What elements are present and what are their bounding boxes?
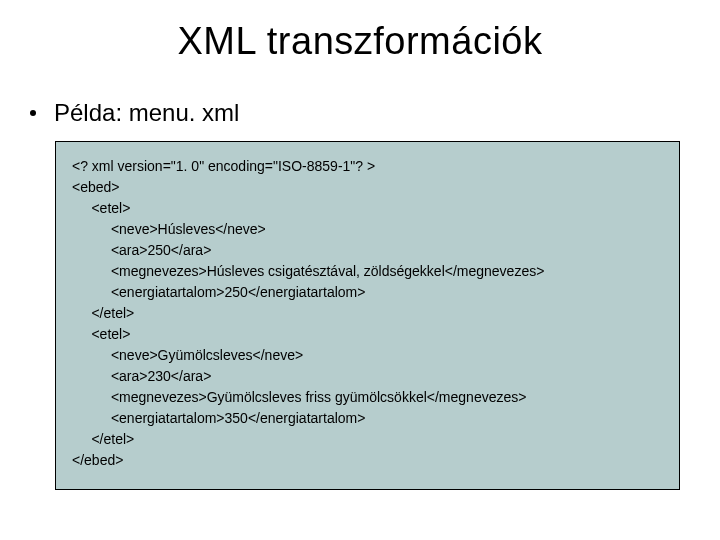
code-block: <? xml version="1. 0" encoding="ISO-8859… [55,141,680,490]
slide: XML transzformációk Példa: menu. xml <? … [0,0,720,540]
bullet-icon [30,110,36,116]
slide-title: XML transzformációk [0,0,720,63]
bullet-text: Példa: menu. xml [54,99,239,127]
bullet-item: Példa: menu. xml [30,99,720,127]
